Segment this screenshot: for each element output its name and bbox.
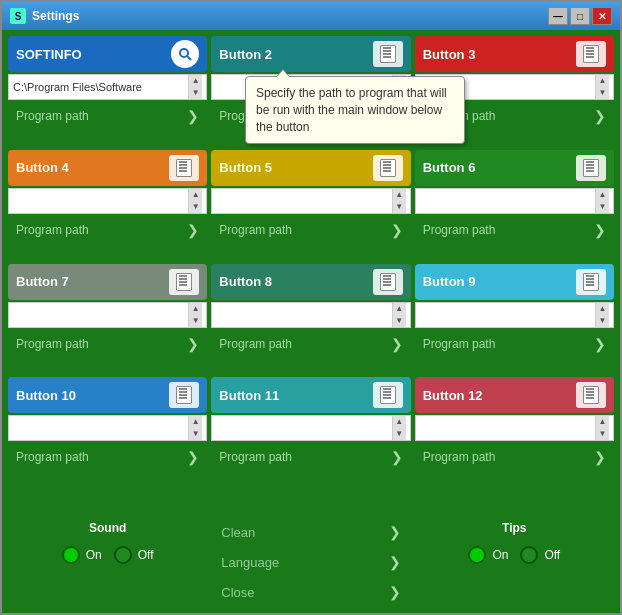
button-10-label: Button 10 — [16, 388, 76, 403]
chevron-icon-3: ❯ — [594, 108, 606, 124]
path-input-10[interactable]: ▲ ▼ — [8, 415, 207, 441]
button-9-label: Button 9 — [423, 274, 476, 289]
tips-on-label: On — [492, 548, 508, 562]
title-bar-left: S Settings — [10, 8, 79, 24]
sound-on-toggle[interactable]: On — [62, 546, 102, 564]
program-path-btn-6[interactable]: Program path ❯ — [415, 216, 614, 244]
button-9-icon — [576, 269, 606, 295]
button-3-label: Button 3 — [423, 47, 476, 62]
scrollbar-12[interactable]: ▲ ▼ — [595, 416, 609, 440]
scrollbar-10[interactable]: ▲ ▼ — [188, 416, 202, 440]
button-4-icon — [169, 155, 199, 181]
scrollbar-8[interactable]: ▲ ▼ — [392, 303, 406, 327]
program-path-btn-4[interactable]: Program path ❯ — [8, 216, 207, 244]
scrollbar-9[interactable]: ▲ ▼ — [595, 303, 609, 327]
button-5[interactable]: Button 5 — [211, 150, 410, 186]
sound-section: Sound On Off — [8, 517, 207, 607]
path-input-1[interactable]: C:\Program Files\Software ▲ ▼ — [8, 74, 207, 100]
button-10[interactable]: Button 10 — [8, 377, 207, 413]
scrollbar-7[interactable]: ▲ ▼ — [188, 303, 202, 327]
button-6[interactable]: Button 6 — [415, 150, 614, 186]
button-4[interactable]: Button 4 — [8, 150, 207, 186]
button-11-icon — [373, 382, 403, 408]
program-path-btn-8[interactable]: Program path ❯ — [211, 330, 410, 358]
tooltip: Specify the path to program that will be… — [245, 76, 465, 144]
button-1-label: SOFTINFO — [16, 47, 82, 62]
button-cell-8: Button 8 ▲ ▼ Program path ❯ — [211, 264, 410, 374]
scroll-up-1[interactable]: ▲ — [192, 75, 200, 87]
button-2-label: Button 2 — [219, 47, 272, 62]
path-input-6[interactable]: ▲ ▼ — [415, 188, 614, 214]
button-9[interactable]: Button 9 — [415, 264, 614, 300]
scrollbar-1[interactable]: ▲ ▼ — [188, 75, 202, 99]
button-cell-5: Button 5 ▲ ▼ Program path ❯ — [211, 150, 410, 260]
clean-button[interactable]: Clean ❯ — [211, 517, 410, 547]
button-2[interactable]: Button 2 Specify the path to program tha… — [211, 36, 410, 72]
scroll-up-3[interactable]: ▲ — [599, 75, 607, 87]
close-button[interactable]: Close ❯ — [211, 577, 410, 607]
program-path-btn-12[interactable]: Program path ❯ — [415, 443, 614, 471]
program-path-btn-9[interactable]: Program path ❯ — [415, 330, 614, 358]
path-text-1: C:\Program Files\Software — [13, 81, 188, 93]
settings-window: S Settings — □ ✕ SOFTINFO C:\Prog — [0, 0, 622, 615]
chevron-icon-1: ❯ — [187, 108, 199, 124]
button-8-icon — [373, 269, 403, 295]
bottom-section: Sound On Off Clean ❯ Language ❯ — [2, 513, 620, 613]
program-path-btn-5[interactable]: Program path ❯ — [211, 216, 410, 244]
button-1[interactable]: SOFTINFO — [8, 36, 207, 72]
button-11[interactable]: Button 11 — [211, 377, 410, 413]
program-path-btn-1[interactable]: Program path ❯ — [8, 102, 207, 130]
scrollbar-3[interactable]: ▲ ▼ — [595, 75, 609, 99]
program-path-btn-7[interactable]: Program path ❯ — [8, 330, 207, 358]
path-input-12[interactable]: ▲ ▼ — [415, 415, 614, 441]
button-2-icon — [373, 41, 403, 67]
scrollbar-11[interactable]: ▲ ▼ — [392, 416, 406, 440]
tips-label: Tips — [415, 517, 614, 539]
sound-off-circle — [114, 546, 132, 564]
button-cell-4: Button 4 ▲ ▼ Program path ❯ — [8, 150, 207, 260]
window-icon: S — [10, 8, 26, 24]
path-input-4[interactable]: ▲ ▼ — [8, 188, 207, 214]
button-cell-10: Button 10 ▲ ▼ Program path ❯ — [8, 377, 207, 487]
button-10-icon — [169, 382, 199, 408]
tips-on-toggle[interactable]: On — [468, 546, 508, 564]
close-chevron: ❯ — [389, 584, 401, 600]
program-path-btn-11[interactable]: Program path ❯ — [211, 443, 410, 471]
scrollbar-5[interactable]: ▲ ▼ — [392, 189, 406, 213]
button-7-label: Button 7 — [16, 274, 69, 289]
title-buttons: — □ ✕ — [548, 7, 612, 25]
button-3[interactable]: Button 3 — [415, 36, 614, 72]
button-12[interactable]: Button 12 — [415, 377, 614, 413]
path-input-9[interactable]: ▲ ▼ — [415, 302, 614, 328]
title-bar: S Settings — □ ✕ — [2, 2, 620, 30]
center-menu: Clean ❯ Language ❯ Close ❯ — [211, 517, 410, 607]
maximize-button[interactable]: □ — [570, 7, 590, 25]
scrollbar-4[interactable]: ▲ ▼ — [188, 189, 202, 213]
button-6-icon — [576, 155, 606, 181]
scroll-down-3[interactable]: ▼ — [599, 87, 607, 99]
button-7[interactable]: Button 7 — [8, 264, 207, 300]
window-title: Settings — [32, 9, 79, 23]
button-8[interactable]: Button 8 — [211, 264, 410, 300]
tips-toggles: On Off — [415, 542, 614, 568]
button-12-label: Button 12 — [423, 388, 483, 403]
program-path-btn-10[interactable]: Program path ❯ — [8, 443, 207, 471]
minimize-button[interactable]: — — [548, 7, 568, 25]
scrollbar-6[interactable]: ▲ ▼ — [595, 189, 609, 213]
scroll-down-1[interactable]: ▼ — [192, 87, 200, 99]
tips-off-circle — [520, 546, 538, 564]
button-11-label: Button 11 — [219, 388, 279, 403]
button-3-icon — [576, 41, 606, 67]
tips-off-toggle[interactable]: Off — [520, 546, 560, 564]
button-cell-2: Button 2 Specify the path to program tha… — [211, 36, 410, 146]
svg-point-0 — [180, 49, 188, 57]
button-cell-9: Button 9 ▲ ▼ Program path ❯ — [415, 264, 614, 374]
program-path-label-1: Program path — [16, 109, 89, 123]
close-window-button[interactable]: ✕ — [592, 7, 612, 25]
language-button[interactable]: Language ❯ — [211, 547, 410, 577]
path-input-7[interactable]: ▲ ▼ — [8, 302, 207, 328]
path-input-5[interactable]: ▲ ▼ — [211, 188, 410, 214]
path-input-11[interactable]: ▲ ▼ — [211, 415, 410, 441]
sound-off-toggle[interactable]: Off — [114, 546, 154, 564]
path-input-8[interactable]: ▲ ▼ — [211, 302, 410, 328]
